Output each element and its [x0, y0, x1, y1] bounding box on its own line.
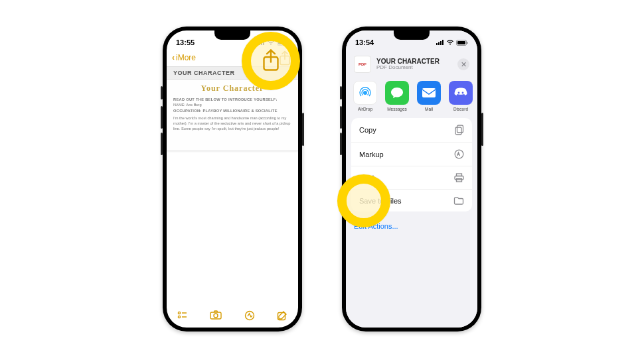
print-icon: [454, 173, 464, 182]
side-button: [302, 113, 304, 146]
checklist-icon[interactable]: [177, 310, 188, 321]
side-button: [481, 113, 483, 146]
note-section-header: YOUR CHARACTER: [167, 66, 298, 80]
svg-point-8: [178, 312, 180, 314]
side-button: [161, 133, 163, 155]
compose-icon[interactable]: [277, 310, 287, 321]
svg-rect-18: [440, 41, 442, 45]
messages-icon: [385, 81, 409, 105]
share-icon: [278, 50, 291, 66]
mail-icon: [417, 81, 441, 105]
close-icon: ✕: [461, 60, 467, 69]
side-button: [340, 86, 342, 99]
status-icons: [436, 40, 468, 46]
back-chevron-icon[interactable]: ‹: [172, 53, 175, 62]
svg-point-14: [245, 312, 254, 320]
svg-rect-6: [287, 42, 288, 44]
svg-rect-21: [457, 41, 465, 44]
camera-icon[interactable]: [210, 310, 222, 321]
svg-rect-24: [422, 88, 436, 97]
svg-rect-5: [278, 41, 286, 44]
svg-point-23: [363, 91, 367, 95]
app-label: Discord: [448, 107, 473, 111]
share-actions-list: Copy Markup Print: [351, 118, 472, 211]
note-heading: Your Character: [173, 84, 291, 93]
share-button[interactable]: [278, 50, 291, 66]
airdrop-icon: [353, 81, 377, 105]
screen: 13:54 PDF YOUR CHARACTER PDF Document ✕: [346, 30, 477, 328]
app-label: AirDrop: [353, 107, 378, 111]
share-app-airdrop[interactable]: AirDrop: [353, 81, 378, 111]
draw-icon[interactable]: [244, 310, 255, 321]
notch: [394, 30, 430, 40]
svg-point-25: [458, 92, 460, 94]
action-label: Markup: [359, 151, 384, 158]
app-label: Messages: [384, 107, 410, 111]
share-header: PDF YOUR CHARACTER PDF Document ✕: [346, 49, 477, 78]
close-button[interactable]: ✕: [457, 58, 469, 70]
svg-rect-17: [438, 42, 440, 46]
action-copy[interactable]: Copy: [351, 118, 472, 143]
action-print[interactable]: Print: [351, 166, 472, 190]
action-save-to-files[interactable]: Save to Files: [351, 190, 472, 211]
back-label[interactable]: iMore: [176, 53, 196, 62]
svg-rect-29: [455, 127, 461, 135]
folder-icon: [453, 196, 464, 205]
note-occupation-line: OCCUPATION: PLAYBOY MILLIONAIRE & SOCIAL…: [173, 108, 291, 113]
svg-rect-22: [467, 42, 467, 44]
action-label: Copy: [359, 126, 376, 134]
share-app-mail[interactable]: Mail: [416, 81, 442, 111]
note-name-line: NAME: Ace Berg: [173, 102, 291, 107]
markup-icon: [454, 149, 464, 159]
svg-point-10: [178, 316, 180, 318]
screen: 13:55 ‹ iMore YOUR CHARACTER Your: [167, 30, 298, 328]
status-time: 13:54: [355, 38, 374, 46]
action-label: Save to Files: [359, 197, 402, 205]
battery-icon: [277, 40, 289, 46]
share-app-discord[interactable]: Discord: [448, 81, 473, 111]
action-label: Print: [359, 174, 374, 182]
side-button: [161, 86, 163, 99]
action-markup[interactable]: Markup: [351, 143, 472, 166]
note-intro: READ OUT THE BELOW TO INTRODUCE YOURSELF…: [173, 97, 291, 102]
edit-actions-link[interactable]: Edit Actions...: [346, 215, 477, 237]
app-label: Mail: [416, 107, 442, 111]
svg-rect-28: [457, 125, 463, 133]
svg-rect-3: [263, 40, 264, 45]
battery-icon: [456, 40, 468, 46]
wifi-icon: [267, 40, 275, 45]
share-app-messages[interactable]: Messages: [384, 81, 410, 111]
notes-toolbar: [167, 306, 298, 325]
side-button: [340, 106, 342, 129]
copy-icon: [455, 125, 464, 135]
svg-rect-19: [442, 40, 443, 45]
share-apps-row: AirDrop Messages Mail: [346, 78, 477, 118]
side-button: [161, 106, 163, 129]
note-preview[interactable]: Your Character READ OUT THE BELOW TO INT…: [167, 80, 298, 151]
pdf-thumbnail-icon: PDF: [354, 56, 371, 73]
phone-notes: 13:55 ‹ iMore YOUR CHARACTER Your: [163, 27, 302, 332]
svg-rect-2: [261, 41, 262, 45]
phone-share: 13:54 PDF YOUR CHARACTER PDF Document ✕: [342, 27, 481, 332]
svg-rect-16: [436, 43, 438, 45]
note-paragraph: I'm the world's most charming and handso…: [173, 115, 291, 132]
notch: [214, 30, 250, 40]
svg-point-13: [214, 314, 218, 318]
discord-icon: [449, 81, 473, 105]
status-icons: [257, 40, 289, 46]
share-doc-subtitle: PDF Document: [376, 65, 452, 71]
svg-rect-1: [259, 42, 260, 46]
svg-point-26: [462, 92, 464, 94]
status-time: 13:55: [176, 38, 195, 46]
signal-icon: [257, 40, 265, 45]
wifi-icon: [446, 40, 454, 45]
side-button: [340, 133, 342, 155]
svg-rect-33: [457, 179, 462, 182]
svg-rect-0: [257, 43, 258, 45]
signal-icon: [436, 40, 444, 45]
